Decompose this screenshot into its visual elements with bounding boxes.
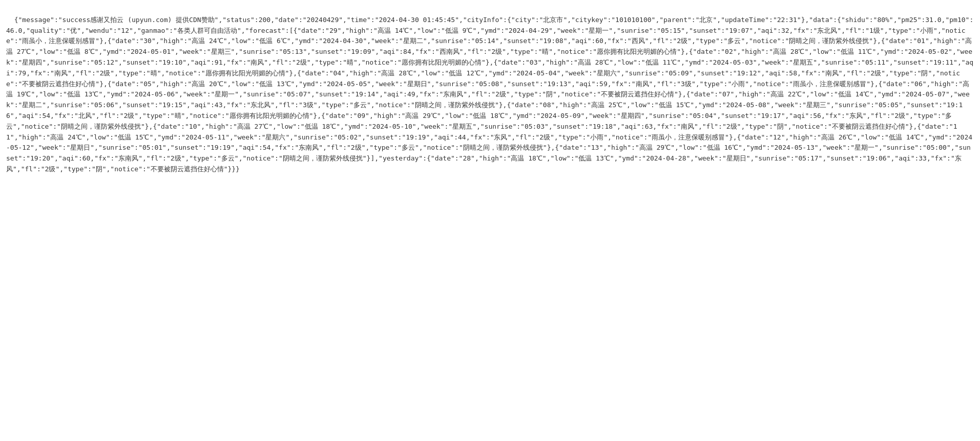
json-content: {"message":"success感谢又拍云 (upyun.com) 提供C… <box>6 16 973 173</box>
json-response-body: {"message":"success感谢又拍云 (upyun.com) 提供C… <box>0 0 980 179</box>
